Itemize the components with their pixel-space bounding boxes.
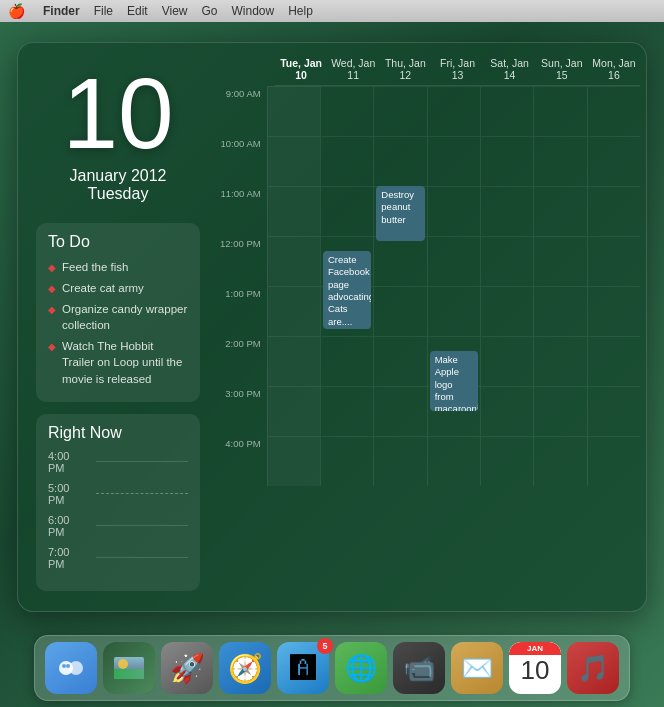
cal-col-fri: Make Apple logo from macarooni [427,86,480,486]
cal-event-title: Make Apple logo from macarooni [435,354,478,411]
time-row: 7:00 PM [48,546,188,570]
dock-photos[interactable] [103,642,155,694]
hour-line [374,436,426,437]
rocket-icon: 🚀 [170,652,205,685]
time-label: 5:00 PM [48,482,88,506]
hour-line [428,286,480,287]
time-slot-1pm: 1:00 PM [220,286,267,336]
cal-day-wed: Wed, Jan 11 [327,53,379,86]
dock-rocket[interactable]: 🚀 [161,642,213,694]
time-line [96,525,188,526]
hour-line [321,436,373,437]
time-line [96,557,188,558]
menu-file[interactable]: File [94,4,113,18]
hour-line [588,436,640,437]
hour-line [428,236,480,237]
menu-help[interactable]: Help [288,4,313,18]
hour-line [268,136,320,137]
menu-edit[interactable]: Edit [127,4,148,18]
dock-safari[interactable]: 🧭 [219,642,271,694]
hour-line [588,336,640,337]
hour-line [534,286,586,287]
calendar-icon-day: 10 [521,657,550,683]
mail-icon: ✉️ [461,653,493,684]
cal-event-peanutbutter[interactable]: Destroy peanut butter [376,186,424,241]
widget-container: 10 January 2012 Tuesday To Do ◆ Feed the… [17,42,647,612]
todo-bullet: ◆ [48,282,56,296]
dock-calendar[interactable]: JAN 10 [509,642,561,694]
menu-window[interactable]: Window [232,4,275,18]
hour-line [534,236,586,237]
time-slot-3pm: 3:00 PM [220,386,267,436]
hour-line [481,186,533,187]
hour-line [374,286,426,287]
menu-view[interactable]: View [162,4,188,18]
time-slot-12pm: 12:00 PM [220,236,267,286]
cal-event-title: Create Facebook page advocating Cats are… [328,254,371,327]
hour-line [268,86,320,87]
hour-line [321,236,373,237]
svg-point-1 [69,661,83,675]
time-row: 4:00 PM [48,450,188,474]
hour-line [374,336,426,337]
hour-line [481,236,533,237]
hour-line [588,236,640,237]
dock-finder[interactable] [45,642,97,694]
dock-appstore[interactable]: 🅰 5 [277,642,329,694]
cal-col-sat [480,86,533,486]
dock-mail[interactable]: ✉️ [451,642,503,694]
hour-line [268,436,320,437]
hour-line [534,436,586,437]
hour-line [321,386,373,387]
cal-day-columns: Create Facebook page advocating Cats are… [267,86,640,601]
date-display: 10 January 2012 Tuesday [36,63,200,203]
cal-col-thu: Destroy peanut butter [373,86,426,486]
todo-bullet: ◆ [48,340,56,354]
appstore-icon: 🅰 [290,653,316,684]
time-slot-9am: 9:00 AM [220,86,267,136]
hour-line [374,136,426,137]
date-day-number: 10 [36,63,200,163]
hour-line [321,186,373,187]
hour-line [321,86,373,87]
cal-day-fri: Fri, Jan 13 [431,53,483,86]
time-label: 4:00 PM [48,450,88,474]
cal-col-mon [587,86,640,486]
cal-event-apple[interactable]: Make Apple logo from macarooni [430,351,478,411]
rightnow-title: Right Now [48,424,188,442]
hour-line [374,86,426,87]
hour-line [481,86,533,87]
cal-day-mon: Mon, Jan 16 [588,53,640,86]
cal-day-thu: Thu, Jan 12 [379,53,431,86]
todo-bullet: ◆ [48,303,56,317]
dock-itunes[interactable]: 🎵 [567,642,619,694]
safari-icon: 🧭 [228,652,263,685]
hour-line [481,336,533,337]
todo-section: To Do ◆ Feed the fish ◆ Create cat army … [36,223,200,402]
menu-finder[interactable]: Finder [43,4,80,18]
hour-line [428,136,480,137]
hour-line [481,286,533,287]
hour-line [481,436,533,437]
todo-item-text: Create cat army [62,280,144,296]
cal-col-sun [533,86,586,486]
hour-line [268,336,320,337]
calendar-body: 9:00 AM 10:00 AM 11:00 AM 12:00 PM 1:00 … [220,86,640,601]
cal-event-title: Destroy peanut butter [381,189,414,225]
cal-event-facebook[interactable]: Create Facebook page advocating Cats are… [323,251,371,329]
hour-line [428,436,480,437]
hour-line [268,186,320,187]
itunes-icon: 🎵 [577,653,609,684]
hour-line [481,386,533,387]
cal-day-sat: Sat, Jan 14 [484,53,536,86]
appstore-badge: 5 [317,638,333,654]
dock-facetime[interactable]: 📹 [393,642,445,694]
time-slot-4pm: 4:00 PM [220,436,267,486]
date-month-year: January 2012 [36,167,200,185]
dock-maps[interactable]: 🌐 [335,642,387,694]
list-item: ◆ Organize candy wrapper collection [48,301,188,333]
time-dashed-line [96,493,188,494]
left-panel: 10 January 2012 Tuesday To Do ◆ Feed the… [18,43,218,611]
apple-menu[interactable]: 🍎 [8,3,25,19]
menu-go[interactable]: Go [202,4,218,18]
